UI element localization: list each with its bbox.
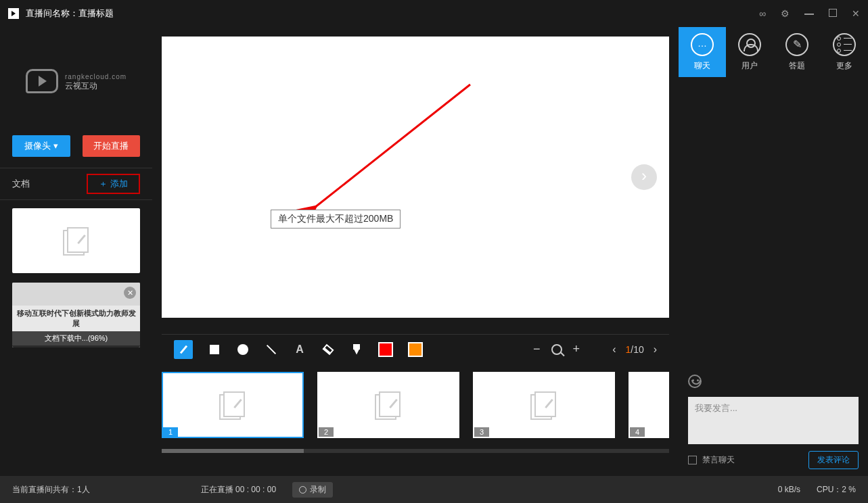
app-icon [8,8,19,19]
page-total: /10 [631,344,643,355]
pencil-tool[interactable] [174,340,193,359]
live-timer: 正在直播 00 : 00 : 00 [201,484,276,496]
send-button[interactable]: 发表评论 [808,451,859,469]
slide-thumbnail[interactable]: 3 [473,372,615,438]
color-swatch[interactable] [378,342,393,357]
minimize-icon[interactable] [804,8,814,19]
record-button[interactable]: 录制 [292,482,333,498]
title-label: 直播间名称： [26,7,78,20]
title-value: 直播标题 [78,7,114,20]
quiz-icon [785,33,808,56]
slide-thumbnail[interactable]: 2 [317,372,459,438]
chat-input[interactable]: 我要发言... [688,397,859,444]
next-slide-button[interactable] [631,164,657,190]
close-doc-icon[interactable]: ✕ [124,287,136,299]
doc-title: 移动互联时代下创新模式助力教师发展 [12,306,140,331]
share-icon[interactable]: ∞ [759,8,766,19]
zoom-out-button[interactable]: − [533,342,541,356]
canvas[interactable] [162,37,669,318]
chat-icon [691,33,714,56]
maximize-icon[interactable] [829,8,837,19]
document-icon [63,227,90,254]
color-swatch[interactable] [408,342,423,357]
title-bar: 直播间名称： 直播标题 ∞ ⚙ [0,0,868,27]
user-icon [738,33,761,56]
logo-cn-text: 云视互动 [65,80,127,92]
more-icon [833,33,856,56]
toolbar: A − + ‹ 1/10 › [162,334,669,364]
document-item[interactable] [12,208,140,273]
center-panel: 单个文件最大不超过200MB A − + ‹ 1/10 › 1 [152,27,679,476]
thumbnail-scrollbar[interactable] [162,449,669,453]
network-speed: 0 kB/s [778,485,800,494]
tab-quiz[interactable]: 答题 [773,27,821,77]
right-panel: 聊天 用户 答题 更多 我要发言... 禁言聊天 发表评论 [679,27,868,476]
rectangle-tool[interactable] [208,343,221,356]
status-bar: 当前直播间共有：1人 正在直播 00 : 00 : 00 录制 0 kB/s C… [0,476,868,503]
close-icon[interactable] [852,8,860,19]
text-tool[interactable]: A [293,343,306,356]
magnifier-icon[interactable] [551,344,562,355]
slide-thumbnail[interactable]: 1 [162,372,304,438]
logo-icon [26,69,58,93]
add-document-button[interactable]: ＋添加 [87,174,140,194]
prev-page-button[interactable]: ‹ [612,343,616,356]
line-tool[interactable] [265,343,278,356]
document-label: 文档 [12,178,30,190]
plus-icon: ＋ [99,178,108,189]
slide-thumbnail[interactable]: 4 [629,372,669,438]
mute-checkbox[interactable] [688,456,697,464]
start-live-button[interactable]: 开始直播 [83,135,141,157]
mute-label: 禁言聊天 [702,454,735,466]
tab-user[interactable]: 用户 [726,27,773,77]
logo: rangkecloud.com 云视互动 [0,27,152,135]
circle-tool[interactable] [236,343,250,356]
tab-chat[interactable]: 聊天 [679,27,726,77]
chat-messages [679,77,868,368]
viewer-count: 当前直播间共有：1人 [12,484,90,496]
next-page-button[interactable]: › [654,343,657,356]
thumbnail-strip: 1 2 3 4 [162,368,669,449]
zoom-in-button[interactable]: + [573,342,580,356]
tab-more[interactable]: 更多 [821,27,868,77]
camera-button[interactable]: 摄像头 ▾ [12,135,70,157]
doc-download-progress: 文档下载中...(96%) [12,331,140,345]
logo-small-text: rangkecloud.com [65,73,127,80]
emoji-icon[interactable] [688,375,702,388]
document-item[interactable]: ✕ 移动互联时代下创新模式助力教师发展 文档下载中...(96%) PPT后移动… [12,283,140,348]
sidebar: rangkecloud.com 云视互动 摄像头 ▾ 开始直播 文档 ＋添加 ✕… [0,27,152,476]
eraser-tool[interactable] [321,343,335,356]
cpu-usage: CPU：2 % [817,484,856,496]
gear-icon[interactable]: ⚙ [781,8,790,19]
brush-tool[interactable] [350,343,363,356]
tooltip: 单个文件最大不超过200MB [271,210,401,229]
